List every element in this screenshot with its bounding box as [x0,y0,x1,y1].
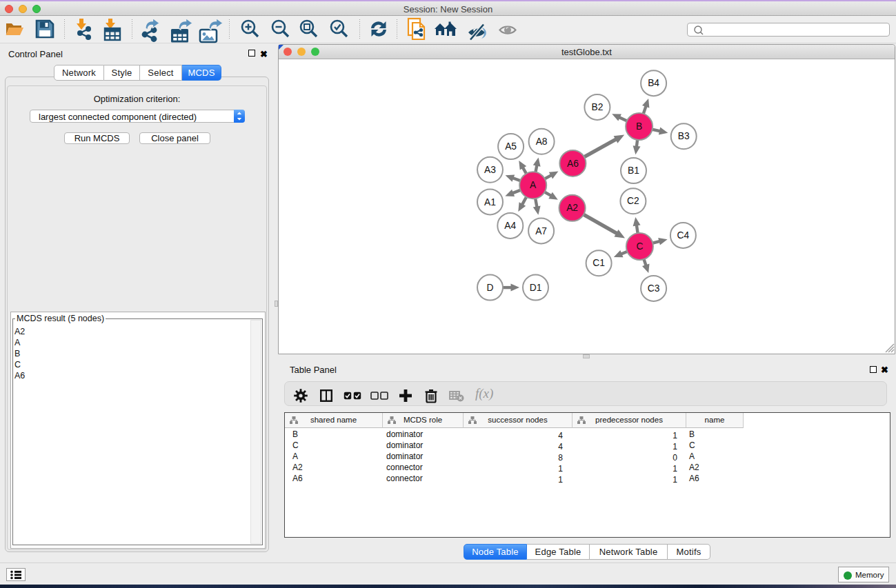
svg-text:C2: C2 [627,196,639,206]
svg-text:A8: A8 [536,136,548,147]
svg-text:C4: C4 [677,230,690,241]
svg-text:D: D [487,283,494,293]
svg-text:B4: B4 [648,78,659,88]
svg-text:C: C [636,241,643,252]
svg-text:A3: A3 [484,165,496,175]
svg-text:A4: A4 [504,221,516,231]
svg-text:B: B [636,121,642,132]
svg-text:B1: B1 [628,165,639,176]
svg-text:B2: B2 [591,102,603,112]
svg-text:A2: A2 [566,203,578,213]
svg-text:B3: B3 [678,131,690,141]
svg-text:A5: A5 [505,141,517,152]
svg-text:D1: D1 [530,283,542,293]
svg-text:A6: A6 [567,159,579,169]
svg-text:C1: C1 [593,258,605,268]
svg-text:C3: C3 [648,283,660,294]
svg-text:A1: A1 [484,197,496,207]
svg-text:A7: A7 [535,226,547,236]
svg-text:A: A [530,180,537,190]
